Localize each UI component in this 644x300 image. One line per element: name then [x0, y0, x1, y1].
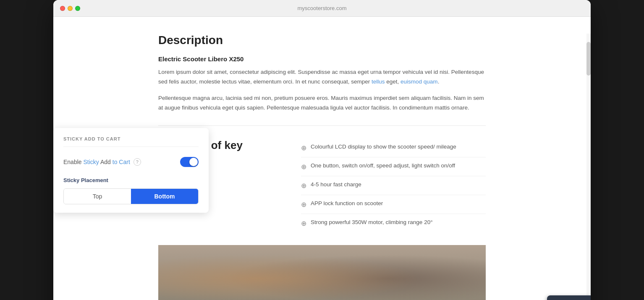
divider: [158, 125, 486, 126]
feature-icon: ⊕: [301, 201, 306, 209]
scrollbar-thumb[interactable]: [586, 42, 591, 76]
list-item: ⊕ Strong powerful 350W motor, climbing r…: [301, 214, 486, 232]
list-item: ⊕ One button, switch on/off, speed adjus…: [301, 157, 486, 176]
feature-text: 4-5 hour fast charge: [311, 181, 361, 188]
sticky-label-group: Enable Sticky Add to Cart ?: [63, 158, 141, 166]
browser-url: myscooterstore.com: [297, 5, 346, 11]
product-image: [158, 245, 486, 300]
browser-content: STICKY ADD TO CART Enable Sticky Add to …: [53, 17, 591, 300]
help-icon[interactable]: ?: [134, 158, 141, 166]
browser-dots: [60, 6, 80, 11]
placement-top-btn[interactable]: Top: [64, 189, 131, 204]
list-item: ⊕ Colourful LCD display to show the scoo…: [301, 138, 486, 157]
sticky-panel: STICKY ADD TO CART Enable Sticky Add to …: [53, 128, 209, 213]
feature-text: Strong powerful 350W motor, climbing ran…: [311, 219, 433, 225]
feature-icon: ⊕: [301, 163, 306, 171]
minimize-dot[interactable]: [68, 6, 73, 11]
scrollbar-track[interactable]: [586, 34, 591, 300]
toggle-thumb: [189, 158, 198, 166]
list-item: ⊕ APP lock function on scooter: [301, 195, 486, 214]
placement-bottom-btn[interactable]: Bottom: [131, 189, 198, 204]
link-euismod[interactable]: euismod quam: [401, 78, 438, 85]
product-title: Electric Scooter Libero X250: [158, 55, 486, 63]
description-para1: Lorem ipsum dolor sit amet, consectetur …: [158, 68, 486, 87]
description-para2: Pellentesque magna arcu, lacinia sed mi …: [158, 94, 486, 113]
feature-icon: ⊕: [301, 182, 306, 190]
list-item: ⊕ 4-5 hour fast charge: [301, 176, 486, 195]
sticky-enable-row: Enable Sticky Add to Cart ?: [63, 154, 199, 170]
placement-label: Sticky Placement: [63, 177, 199, 183]
link-tellus[interactable]: tellus: [372, 78, 385, 85]
sticky-float-button[interactable]: ↑ ↓ Sticky: [547, 295, 591, 300]
sticky-toggle[interactable]: [180, 157, 199, 167]
sticky-panel-title: STICKY ADD TO CART: [63, 136, 199, 147]
feature-icon: ⊕: [301, 219, 306, 227]
feature-text: One button, switch on/off, speed adjust,…: [311, 162, 455, 169]
close-dot[interactable]: [60, 6, 65, 11]
maximize-dot[interactable]: [75, 6, 80, 11]
features-list: ⊕ Colourful LCD display to show the scoo…: [301, 138, 486, 232]
browser-window: myscooterstore.com STICKY ADD TO CART En…: [53, 0, 591, 300]
image-placeholder: [158, 245, 486, 300]
description-title: Description: [158, 34, 486, 47]
browser-titlebar: myscooterstore.com: [53, 0, 591, 17]
feature-text: APP lock function on scooter: [311, 200, 383, 206]
placement-section: Sticky Placement Top Bottom: [63, 177, 199, 204]
feature-text: Colourful LCD display to show the scoote…: [311, 143, 456, 150]
placement-buttons: Top Bottom: [63, 188, 199, 204]
sticky-enable-label: Enable Sticky Add to Cart: [63, 159, 130, 165]
feature-icon: ⊕: [301, 144, 306, 152]
